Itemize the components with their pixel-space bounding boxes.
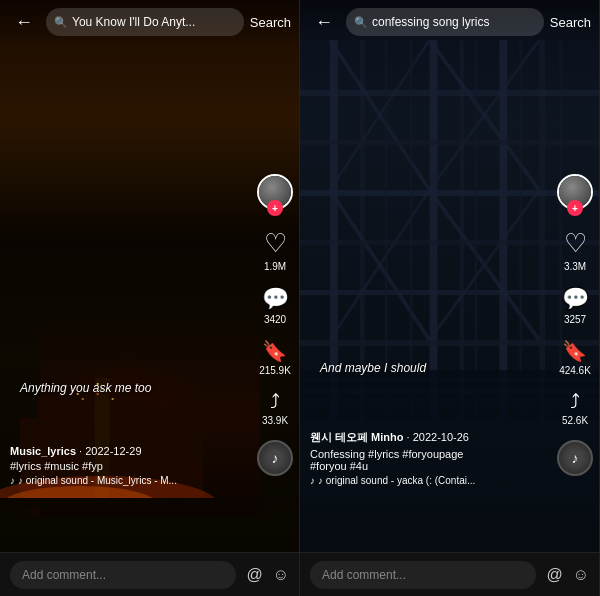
right-search-icon: 🔍 [354, 16, 368, 29]
right-comment-input[interactable]: Add comment... [310, 561, 536, 589]
svg-rect-21 [430, 40, 438, 420]
left-comment-input[interactable]: Add comment... [10, 561, 236, 589]
left-caption: Music_lyrics · 2022-12-29 #lyrics #music… [10, 445, 239, 486]
right-music-icon: ♪ [572, 450, 579, 466]
right-share-icon: ⤴ [570, 390, 580, 413]
left-sound-text: ♪ original sound - Music_lyrics - M... [18, 475, 177, 486]
left-action-sidebar: + ♡ 1.9M 💬 3420 🔖 215.9K ⤴ 33.9K ♪ [257, 174, 293, 476]
right-header: ← 🔍 confessing song lyrics Search [300, 0, 599, 44]
left-music-icon: ♪ [272, 450, 279, 466]
left-search-button[interactable]: Search [250, 15, 291, 30]
right-music-disk[interactable]: ♪ [557, 440, 593, 476]
left-avatar-container: + [257, 174, 293, 210]
right-comment-count: 3257 [564, 314, 586, 325]
left-emoji-icon[interactable]: ☺ [273, 566, 289, 584]
left-heart-icon: ♡ [264, 228, 287, 259]
right-search-button[interactable]: Search [550, 15, 591, 30]
svg-rect-14 [82, 398, 84, 400]
left-comment-bar: Add comment... @ ☺ [0, 552, 299, 596]
right-comment-button[interactable]: 💬 3257 [562, 286, 589, 325]
right-caption: 웬시 테오페 Minho · 2022-10-26 Confessing #ly… [310, 430, 539, 486]
right-heart-icon: ♡ [564, 228, 587, 259]
right-avatar-container: + [557, 174, 593, 210]
right-description: Confessing #lyrics #foryoupage #foryou #… [310, 448, 539, 472]
left-bookmark-icon: 🔖 [262, 339, 287, 363]
right-like-button[interactable]: ♡ 3.3M [564, 228, 587, 272]
left-like-count: 1.9M [264, 261, 286, 272]
left-like-button[interactable]: ♡ 1.9M [264, 228, 287, 272]
left-username: Music_lyrics [10, 445, 76, 457]
right-comment-placeholder: Add comment... [322, 568, 406, 582]
left-share-count: 33.9K [262, 415, 288, 426]
left-music-disk[interactable]: ♪ [257, 440, 293, 476]
svg-rect-15 [112, 398, 114, 400]
left-search-query: You Know I'll Do Anyt... [72, 15, 195, 29]
right-share-count: 52.6K [562, 415, 588, 426]
svg-rect-24 [539, 40, 545, 420]
svg-rect-18 [0, 498, 299, 508]
svg-rect-43 [519, 40, 522, 420]
left-comment-placeholder: Add comment... [22, 568, 106, 582]
svg-rect-34 [300, 140, 599, 145]
left-comment-button[interactable]: 💬 3420 [262, 286, 289, 325]
svg-rect-38 [300, 340, 599, 346]
right-music-note: ♪ [310, 475, 315, 486]
right-date: 2022-10-26 [413, 431, 469, 443]
left-comment-count: 3420 [264, 314, 286, 325]
left-lyric-overlay: Anything you ask me too [20, 378, 151, 396]
svg-rect-33 [300, 90, 599, 96]
left-bookmark-count: 215.9K [259, 365, 291, 376]
left-user-info: Music_lyrics · 2022-12-29 [10, 445, 239, 457]
svg-rect-23 [499, 40, 507, 420]
left-search-bar[interactable]: 🔍 You Know I'll Do Anyt... [46, 8, 244, 36]
left-at-icon[interactable]: @ [246, 566, 262, 584]
right-lyric-overlay: And maybe I should [320, 358, 426, 376]
right-sound-text: ♪ original sound - yacka (: (Contai... [318, 475, 475, 486]
left-sound: ♪ ♪ original sound - Music_lyrics - M... [10, 475, 239, 486]
svg-rect-36 [300, 240, 599, 245]
right-search-bar[interactable]: 🔍 confessing song lyrics [346, 8, 544, 36]
svg-rect-42 [474, 40, 477, 420]
right-bookmark-icon: 🔖 [562, 339, 587, 363]
svg-rect-37 [300, 290, 599, 295]
right-bookmark-button[interactable]: 🔖 424.6K [559, 339, 591, 376]
right-lyric-text: And maybe I should [320, 361, 426, 375]
right-like-count: 3.3M [564, 261, 586, 272]
right-share-button[interactable]: ⤴ 52.6K [562, 390, 588, 426]
left-share-button[interactable]: ⤴ 33.9K [262, 390, 288, 426]
left-bookmark-button[interactable]: 🔖 215.9K [259, 339, 291, 376]
right-bookmark-count: 424.6K [559, 365, 591, 376]
left-header: ← 🔍 You Know I'll Do Anyt... Search [0, 0, 299, 44]
right-comment-icon: 💬 [562, 286, 589, 312]
right-panel: ← 🔍 confessing song lyrics Search And ma… [300, 0, 600, 596]
right-username: 웬시 테오페 Minho [310, 431, 404, 443]
right-comment-bar: Add comment... @ ☺ [300, 552, 599, 596]
svg-rect-45 [300, 370, 599, 420]
right-search-query: confessing song lyrics [372, 15, 489, 29]
left-share-icon: ⤴ [270, 390, 280, 413]
left-lyric-text: Anything you ask me too [20, 381, 151, 395]
left-panel: ← 🔍 You Know I'll Do Anyt... Search Anyt… [0, 0, 300, 596]
left-search-icon: 🔍 [54, 16, 68, 29]
svg-rect-35 [300, 190, 599, 196]
right-sound: ♪ ♪ original sound - yacka (: (Contai... [310, 475, 539, 486]
left-hashtags: #lyrics #music #fyp [10, 460, 239, 472]
left-follow-button[interactable]: + [267, 200, 283, 216]
left-music-note: ♪ [10, 475, 15, 486]
right-back-button[interactable]: ← [308, 6, 340, 38]
right-emoji-icon[interactable]: ☺ [573, 566, 589, 584]
left-back-button[interactable]: ← [8, 6, 40, 38]
left-date: 2022-12-29 [85, 445, 141, 457]
right-follow-button[interactable]: + [567, 200, 583, 216]
right-user-info: 웬시 테오페 Minho · 2022-10-26 [310, 430, 539, 445]
right-at-icon[interactable]: @ [546, 566, 562, 584]
right-action-sidebar: + ♡ 3.3M 💬 3257 🔖 424.6K ⤴ 52.6K ♪ [557, 174, 593, 476]
left-comment-icon: 💬 [262, 286, 289, 312]
